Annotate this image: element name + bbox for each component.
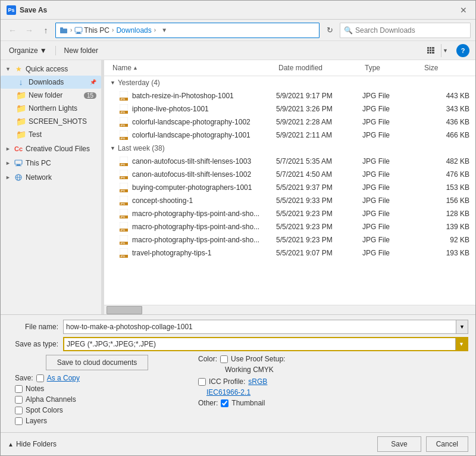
- svg-rect-13: [432, 52, 434, 54]
- save-label-text: Save:: [15, 374, 33, 382]
- sidebar-network-header[interactable]: ► Network: [1, 171, 101, 184]
- quickaccess-star-icon: ★: [14, 64, 23, 74]
- search-input[interactable]: [355, 26, 466, 35]
- file-row-10[interactable]: JPG macro-photography-tips-point-and-sho…: [104, 220, 475, 233]
- file-row-12[interactable]: JPG travel-photography-tips-1 5/5/2021 9…: [104, 246, 475, 260]
- organize-button[interactable]: Organize ▼: [7, 45, 49, 56]
- col-header-date[interactable]: Date modified: [276, 63, 362, 73]
- icc-profile-checkbox[interactable]: [198, 378, 206, 386]
- sidebar-item-downloads[interactable]: ↓ Downloads 📌: [1, 76, 101, 89]
- file-date-11: 5/5/2021 9:23 PM: [276, 236, 362, 244]
- col-header-size[interactable]: Size: [422, 63, 469, 73]
- breadcrumb-sep1: ›: [70, 27, 72, 33]
- col-header-type[interactable]: Type: [362, 63, 422, 73]
- file-row-8[interactable]: JPG concept-shooting-1 5/5/2021 9:33 PM …: [104, 194, 475, 207]
- filename-dropdown-button[interactable]: ▼: [456, 320, 468, 334]
- layers-checkbox[interactable]: [15, 417, 23, 425]
- file-group-yesterday[interactable]: ▼ Yesterday (4): [104, 76, 475, 89]
- dialog-title: Save As: [20, 6, 47, 14]
- file-name-5: canon-autofocus-tilt-shift-lenses-1003: [132, 157, 276, 165]
- file-date-5: 5/7/2021 5:35 AM: [276, 157, 362, 165]
- breadcrumb-dropdown[interactable]: ▼: [158, 23, 170, 38]
- footer: ▲ Hide Folders Save Cancel: [1, 432, 475, 455]
- file-row-7[interactable]: JPG buying-computer-photographers-1001 5…: [104, 181, 475, 194]
- file-date-8: 5/5/2021 9:33 PM: [276, 196, 362, 205]
- sidebar-cc-header[interactable]: ► Cc Creative Cloud Files: [1, 142, 101, 155]
- file-name-6: canon-autofocus-tilt-shift-lenses-1002: [132, 170, 276, 179]
- thumbnail-label: Thumbnail: [231, 399, 265, 407]
- breadcrumb-bar: › This PC › Downloads › ▼: [55, 23, 320, 38]
- as-copy-checkbox[interactable]: [36, 374, 44, 382]
- file-name-11: macro-photography-tips-point-and-sho...: [132, 236, 276, 244]
- icc-profile-label: ICC Profile:: [209, 377, 245, 386]
- as-copy-label[interactable]: As a Copy: [47, 374, 80, 382]
- file-row-4[interactable]: JPG colorful-landscape-photography-1001 …: [104, 129, 475, 142]
- test-icon: 📁: [16, 130, 26, 139]
- close-button[interactable]: ✕: [458, 4, 469, 16]
- filename-input[interactable]: [63, 320, 456, 334]
- save-button[interactable]: Save: [377, 436, 421, 452]
- file-list-scroll[interactable]: ▼ Yesterday (4) JPG batch-resize-in-Phot…: [104, 76, 475, 305]
- spot-colors-checkbox[interactable]: [15, 407, 23, 414]
- icc-value-link[interactable]: sRGB: [248, 377, 267, 386]
- refresh-button[interactable]: ↻: [322, 23, 337, 38]
- file-row-6[interactable]: JPG canon-autofocus-tilt-shift-lenses-10…: [104, 168, 475, 181]
- file-group-lastweek[interactable]: ▼ Last week (38): [104, 142, 475, 155]
- file-size-1: 443 KB: [422, 92, 469, 100]
- svg-rect-10: [432, 49, 434, 51]
- file-name-7: buying-computer-photographers-1001: [132, 183, 276, 192]
- alpha-channels-checkbox[interactable]: [15, 396, 23, 404]
- file-jpg-icon-10: JPG: [120, 222, 129, 232]
- h-scroll-thumb[interactable]: [107, 306, 142, 314]
- toolbar-right: ▼ ?: [423, 44, 469, 57]
- breadcrumb-downloads[interactable]: Downloads: [116, 26, 151, 35]
- app-icon: Ps: [7, 5, 16, 15]
- help-button[interactable]: ?: [456, 44, 469, 57]
- saveastype-arrow[interactable]: ▼: [455, 338, 467, 350]
- file-jpg-icon-12: JPG: [120, 248, 129, 258]
- file-size-8: 156 KB: [422, 196, 469, 205]
- sidebar-item-northernlights[interactable]: 📁 Northern Lights: [1, 102, 101, 115]
- file-row-2[interactable]: JPG iphone-live-photos-1001 5/9/2021 3:2…: [104, 102, 475, 115]
- sidebar-item-newfolder[interactable]: 📁 New folder 15: [1, 89, 101, 102]
- view-dropdown-button[interactable]: ▼: [441, 44, 449, 57]
- use-proof-checkbox[interactable]: [220, 355, 228, 363]
- sidebar-item-screenshots[interactable]: 📁 SCREEN_SHOTS: [1, 115, 101, 128]
- alpha-channels-label: Alpha Channels: [26, 395, 76, 404]
- breadcrumb-this-pc[interactable]: This PC: [74, 26, 109, 35]
- sidebar-item-test[interactable]: 📁 Test: [1, 128, 101, 141]
- icc-value-line2[interactable]: IEC61966-2.1: [206, 388, 250, 396]
- file-row-5[interactable]: JPG canon-autofocus-tilt-shift-lenses-10…: [104, 155, 475, 168]
- file-list-area: Name ▲ Date modified Type Size ▼: [104, 60, 475, 314]
- file-list-header: Name ▲ Date modified Type Size: [104, 60, 475, 76]
- file-row-9[interactable]: JPG macro-photography-tips-point-and-sho…: [104, 207, 475, 220]
- file-size-4: 466 KB: [422, 131, 469, 139]
- horizontal-scrollbar[interactable]: [104, 305, 475, 314]
- svg-text:JPG: JPG: [120, 176, 125, 179]
- file-row-11[interactable]: JPG macro-photography-tips-point-and-sho…: [104, 233, 475, 246]
- sidebar-quickaccess-label: Quick access: [26, 65, 68, 73]
- up-button[interactable]: ↑: [39, 23, 53, 38]
- col-header-name[interactable]: Name ▲: [110, 63, 276, 73]
- file-date-3: 5/9/2021 2:28 AM: [276, 118, 362, 126]
- file-size-11: 92 KB: [422, 236, 469, 244]
- file-row-3[interactable]: JPG colorful-landscape-photography-1002 …: [104, 115, 475, 129]
- svg-text:JPG: JPG: [120, 189, 125, 192]
- cancel-button[interactable]: Cancel: [426, 436, 468, 452]
- file-date-7: 5/5/2021 9:37 PM: [276, 183, 362, 192]
- sidebar-quickaccess-header[interactable]: ▼ ★ Quick access: [1, 63, 101, 76]
- file-row-1[interactable]: JPG batch-resize-in-Photoshop-1001 5/9/2…: [104, 89, 475, 102]
- hide-folders-button[interactable]: ▲ Hide Folders: [8, 440, 57, 448]
- svg-text:JPG: JPG: [120, 255, 125, 258]
- back-button[interactable]: ←: [5, 23, 20, 38]
- thumbnail-checkbox[interactable]: [221, 399, 228, 407]
- cloud-save-button[interactable]: Save to cloud documents: [46, 355, 149, 370]
- sidebar-newfolder-label: New folder: [29, 91, 62, 99]
- sidebar-thispc-header[interactable]: ► This PC: [1, 157, 101, 170]
- notes-checkbox[interactable]: [15, 385, 23, 393]
- new-folder-button[interactable]: New folder: [62, 45, 101, 56]
- view-button[interactable]: [423, 44, 439, 57]
- new-folder-label: New folder: [64, 46, 98, 55]
- forward-button[interactable]: →: [22, 23, 36, 38]
- lastweek-chevron-icon: ▼: [110, 145, 115, 151]
